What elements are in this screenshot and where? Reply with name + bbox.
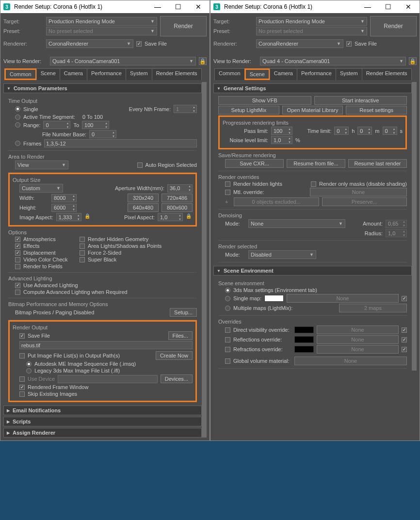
lock-icon[interactable]: 🔒 — [186, 213, 193, 221]
env-color[interactable] — [264, 295, 284, 302]
preserve-button[interactable]: Preserve... — [322, 197, 407, 206]
rollout-general-settings[interactable]: ▼General Settings — [213, 83, 412, 93]
height-spinner[interactable]: 6000▲▼ — [51, 204, 77, 212]
show-vfb-button[interactable]: Show VFB — [218, 96, 311, 105]
close-button[interactable]: ✕ — [190, 1, 207, 12]
renderer-dropdown[interactable]: CoronaRenderer▼ — [256, 39, 343, 48]
tl-s[interactable]: 0▲▼ — [383, 127, 397, 135]
preset-800x600[interactable]: 800x600 — [162, 203, 193, 212]
rollout-common-parameters[interactable]: ▼Common Parameters — [3, 83, 202, 93]
range-to[interactable]: 100▲▼ — [82, 121, 109, 129]
chk-refr-enable[interactable] — [402, 347, 407, 352]
width-spinner[interactable]: 8000▲▼ — [51, 194, 77, 202]
auto-region-checkbox[interactable] — [137, 162, 143, 168]
chk-direct-enable[interactable] — [402, 327, 407, 333]
chk-put-imagelist[interactable] — [19, 353, 25, 358]
chk-compute-adv[interactable] — [15, 290, 20, 295]
view-dropdown[interactable]: Quad 4 - CoronaCamera001▼ — [260, 57, 406, 65]
close-button[interactable]: ✕ — [400, 1, 417, 12]
restore-button[interactable]: ☐ — [380, 1, 396, 12]
chk-refractions[interactable] — [225, 347, 230, 352]
files-button[interactable]: Files... — [168, 331, 193, 340]
resume-file-button[interactable]: Resume from file... — [287, 159, 345, 168]
reset-settings-button[interactable]: Reset settings — [346, 106, 407, 114]
tab-camera[interactable]: Camera — [60, 68, 87, 80]
view-dropdown[interactable]: Quad 4 - CoronaCamera001▼ — [50, 57, 196, 65]
preset-dropdown[interactable]: No preset selected▼ — [46, 27, 157, 35]
tab-scene[interactable]: Scene — [244, 68, 270, 80]
tab-performance[interactable]: Performance — [297, 68, 336, 80]
chk-use-adv-lighting[interactable] — [15, 283, 20, 288]
lock-icon[interactable]: 🔒 — [409, 57, 417, 65]
scrollbar[interactable] — [412, 82, 417, 371]
radio-multi-maps[interactable] — [225, 306, 230, 311]
area-dropdown[interactable]: View▼ — [15, 161, 68, 169]
pass-limit[interactable]: 100▲▼ — [271, 127, 292, 135]
chk-video-color[interactable] — [15, 257, 20, 262]
preset-720x486[interactable]: 720x486 — [162, 194, 193, 202]
multi-maps-button[interactable]: 2 maps — [339, 304, 407, 312]
refl-color[interactable] — [294, 336, 314, 343]
chk-displacement[interactable] — [15, 250, 20, 256]
tab-system[interactable]: System — [126, 68, 152, 80]
single-map-button[interactable]: None — [287, 294, 399, 303]
rollout-assign-renderer[interactable]: ▶Assign Renderer — [3, 428, 202, 438]
direct-map-button[interactable]: None — [317, 325, 399, 334]
chk-super-black[interactable] — [80, 257, 85, 262]
chk-force-2sided[interactable] — [80, 250, 85, 256]
chk-area-lights[interactable] — [80, 244, 85, 249]
refr-map-button[interactable]: None — [317, 345, 399, 354]
chk-direct-vis[interactable] — [225, 327, 230, 333]
target-dropdown[interactable]: Production Rendering Mode▼ — [256, 17, 367, 26]
chk-skip-existing[interactable] — [19, 391, 25, 397]
chk-mtl-override[interactable] — [225, 190, 230, 195]
devices-button[interactable]: Devices... — [161, 374, 193, 383]
frames-input[interactable]: 1,3,5-12 — [44, 139, 197, 147]
chk-only-masks[interactable] — [311, 181, 316, 187]
preset-320x240[interactable]: 320x240 — [128, 194, 159, 202]
refr-color[interactable] — [294, 346, 314, 353]
chk-hidden-lights[interactable] — [225, 181, 230, 187]
lock-icon[interactable]: 🔒 — [84, 213, 91, 221]
rollout-scene-environment[interactable]: ▼Scene Environment — [213, 266, 412, 276]
create-now-button[interactable]: Create Now — [156, 351, 193, 360]
refl-map-button[interactable]: None — [317, 335, 399, 344]
rollout-scripts[interactable]: ▶Scripts — [3, 417, 202, 426]
render-button[interactable]: Render — [160, 16, 207, 36]
denoise-mode[interactable]: None▼ — [248, 219, 345, 228]
restore-button[interactable]: ☐ — [170, 1, 186, 12]
radio-ifl[interactable] — [26, 368, 32, 374]
aperture-spinner[interactable]: 36,0▲▼ — [167, 184, 193, 193]
chk-render-fields[interactable] — [15, 264, 20, 269]
radio-frames[interactable] — [15, 141, 20, 146]
render-button[interactable]: Render — [370, 16, 417, 36]
outputsize-dropdown[interactable]: Custom▼ — [19, 184, 63, 193]
setup-lightmix-button[interactable]: Setup LightMix — [218, 106, 279, 114]
tl-h[interactable]: 0▲▼ — [334, 127, 349, 135]
save-cxr-button[interactable]: Save CXR... — [225, 159, 284, 168]
tab-common[interactable]: Common — [4, 68, 37, 80]
radio-single-map[interactable] — [225, 296, 230, 301]
tab-render-elements[interactable]: Render Elements — [362, 68, 412, 80]
tab-camera[interactable]: Camera — [270, 68, 297, 80]
chk-rfw[interactable] — [19, 385, 25, 390]
savefile-checkbox[interactable] — [136, 41, 142, 47]
preset-dropdown[interactable]: No preset selected▼ — [256, 27, 367, 35]
device-input[interactable] — [58, 375, 157, 383]
tab-render-elements[interactable]: Render Elements — [152, 68, 202, 80]
target-dropdown[interactable]: Production Rendering Mode▼ — [46, 17, 157, 26]
chk-save-file[interactable] — [19, 333, 25, 339]
exclude-button[interactable]: 0 objects excluded... — [234, 197, 319, 206]
tab-scene[interactable]: Scene — [36, 68, 60, 80]
pixel-aspect[interactable]: 1,0▲▼ — [158, 213, 183, 221]
chk-atmospherics[interactable] — [15, 237, 20, 242]
minimize-button[interactable]: — — [359, 1, 376, 12]
chk-reflections[interactable] — [225, 337, 230, 342]
output-path[interactable]: rebus.tif — [19, 341, 193, 349]
chk-global-volume[interactable] — [225, 358, 230, 364]
bitmap-setup-button[interactable]: Setup... — [170, 308, 197, 317]
chk-effects[interactable] — [15, 244, 20, 249]
minimize-button[interactable]: — — [149, 1, 166, 12]
mtl-override-button[interactable]: None — [310, 188, 407, 196]
renderer-dropdown[interactable]: CoronaRenderer▼ — [46, 39, 133, 48]
